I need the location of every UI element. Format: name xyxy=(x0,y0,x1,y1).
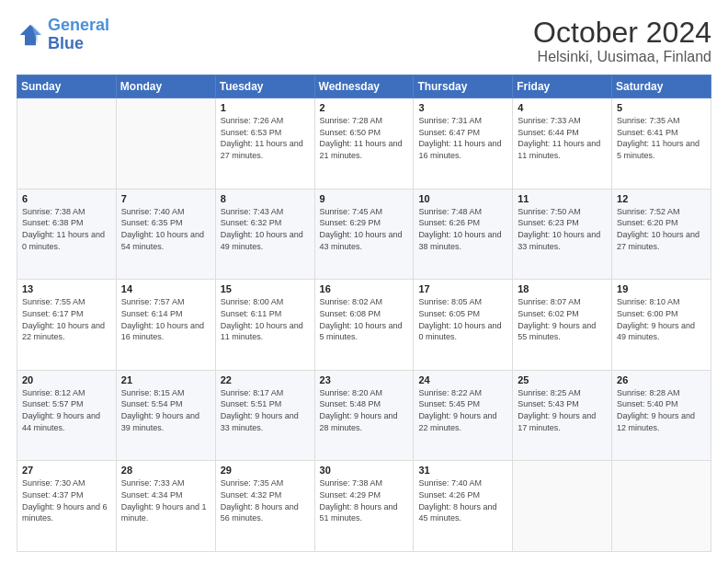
calendar-cell: 31 Sunrise: 7:40 AMSunset: 4:26 PMDaylig… xyxy=(414,461,513,552)
col-monday: Monday xyxy=(116,75,215,98)
day-number: 11 xyxy=(518,193,607,204)
day-number: 3 xyxy=(418,102,507,113)
day-number: 9 xyxy=(320,193,409,204)
cell-info: Sunrise: 7:30 AMSunset: 4:37 PMDaylight:… xyxy=(22,477,111,523)
day-number: 30 xyxy=(320,465,409,476)
calendar-cell: 2 Sunrise: 7:28 AMSunset: 6:50 PMDayligh… xyxy=(314,98,414,190)
day-number: 17 xyxy=(418,283,507,294)
calendar-cell xyxy=(612,461,711,552)
cell-info: Sunrise: 8:12 AMSunset: 5:57 PMDaylight:… xyxy=(22,387,111,433)
day-number: 2 xyxy=(320,102,409,113)
cell-info: Sunrise: 7:35 AMSunset: 4:32 PMDaylight:… xyxy=(221,477,310,523)
cell-info: Sunrise: 7:38 AMSunset: 4:29 PMDaylight:… xyxy=(320,477,409,523)
cell-info: Sunrise: 7:43 AMSunset: 6:32 PMDaylight:… xyxy=(221,206,310,252)
calendar-cell: 18 Sunrise: 8:07 AMSunset: 6:02 PMDaylig… xyxy=(513,280,612,371)
calendar-title: October 2024 xyxy=(533,17,711,49)
logo: General Blue xyxy=(17,17,109,53)
day-number: 22 xyxy=(221,374,310,385)
calendar-week-1: 1 Sunrise: 7:26 AMSunset: 6:53 PMDayligh… xyxy=(17,98,711,190)
day-number: 13 xyxy=(22,283,111,294)
calendar-cell xyxy=(17,98,117,190)
day-number: 23 xyxy=(320,374,409,385)
calendar-cell: 11 Sunrise: 7:50 AMSunset: 6:23 PMDaylig… xyxy=(513,189,612,280)
cell-info: Sunrise: 7:31 AMSunset: 6:47 PMDaylight:… xyxy=(418,115,507,161)
cell-info: Sunrise: 7:57 AMSunset: 6:14 PMDaylight:… xyxy=(121,296,210,342)
cell-info: Sunrise: 7:52 AMSunset: 6:20 PMDaylight:… xyxy=(617,206,706,252)
calendar-cell: 25 Sunrise: 8:25 AMSunset: 5:43 PMDaylig… xyxy=(513,370,612,461)
cell-info: Sunrise: 8:07 AMSunset: 6:02 PMDaylight:… xyxy=(518,296,607,342)
calendar-cell: 13 Sunrise: 7:55 AMSunset: 6:17 PMDaylig… xyxy=(17,280,117,371)
cell-info: Sunrise: 8:10 AMSunset: 6:00 PMDaylight:… xyxy=(617,296,706,342)
cell-info: Sunrise: 8:02 AMSunset: 6:08 PMDaylight:… xyxy=(320,296,409,342)
cell-info: Sunrise: 7:50 AMSunset: 6:23 PMDaylight:… xyxy=(518,206,607,252)
cell-info: Sunrise: 7:40 AMSunset: 4:26 PMDaylight:… xyxy=(418,477,507,523)
col-thursday: Thursday xyxy=(414,75,513,98)
col-friday: Friday xyxy=(513,75,612,98)
day-number: 18 xyxy=(518,283,607,294)
cell-info: Sunrise: 8:22 AMSunset: 5:45 PMDaylight:… xyxy=(418,387,507,433)
calendar-cell: 22 Sunrise: 8:17 AMSunset: 5:51 PMDaylig… xyxy=(215,370,314,461)
day-number: 28 xyxy=(121,465,210,476)
calendar-cell: 1 Sunrise: 7:26 AMSunset: 6:53 PMDayligh… xyxy=(215,98,314,190)
cell-info: Sunrise: 8:05 AMSunset: 6:05 PMDaylight:… xyxy=(418,296,507,342)
col-sunday: Sunday xyxy=(17,75,117,98)
day-number: 24 xyxy=(418,374,507,385)
day-number: 29 xyxy=(221,465,310,476)
calendar-week-5: 27 Sunrise: 7:30 AMSunset: 4:37 PMDaylig… xyxy=(17,461,711,552)
calendar-cell: 30 Sunrise: 7:38 AMSunset: 4:29 PMDaylig… xyxy=(314,461,414,552)
calendar-subtitle: Helsinki, Uusimaa, Finland xyxy=(533,49,711,65)
calendar-cell: 27 Sunrise: 7:30 AMSunset: 4:37 PMDaylig… xyxy=(17,461,117,552)
col-tuesday: Tuesday xyxy=(215,75,314,98)
day-number: 8 xyxy=(221,193,310,204)
cell-info: Sunrise: 7:38 AMSunset: 6:38 PMDaylight:… xyxy=(22,206,111,252)
cell-info: Sunrise: 7:28 AMSunset: 6:50 PMDaylight:… xyxy=(320,115,409,161)
header: General Blue October 2024 Helsinki, Uusi… xyxy=(17,17,711,65)
col-saturday: Saturday xyxy=(612,75,711,98)
calendar-cell: 14 Sunrise: 7:57 AMSunset: 6:14 PMDaylig… xyxy=(116,280,215,371)
logo-blue: Blue xyxy=(48,34,84,52)
cell-info: Sunrise: 7:48 AMSunset: 6:26 PMDaylight:… xyxy=(418,206,507,252)
calendar-header-row: Sunday Monday Tuesday Wednesday Thursday… xyxy=(17,75,711,98)
calendar-cell: 10 Sunrise: 7:48 AMSunset: 6:26 PMDaylig… xyxy=(414,189,513,280)
calendar-cell: 6 Sunrise: 7:38 AMSunset: 6:38 PMDayligh… xyxy=(17,189,117,280)
cell-info: Sunrise: 7:55 AMSunset: 6:17 PMDaylight:… xyxy=(22,296,111,342)
day-number: 4 xyxy=(518,102,607,113)
day-number: 7 xyxy=(121,193,210,204)
calendar-week-4: 20 Sunrise: 8:12 AMSunset: 5:57 PMDaylig… xyxy=(17,370,711,461)
cell-info: Sunrise: 7:35 AMSunset: 6:41 PMDaylight:… xyxy=(617,115,706,161)
calendar-cell: 9 Sunrise: 7:45 AMSunset: 6:29 PMDayligh… xyxy=(314,189,414,280)
calendar-week-2: 6 Sunrise: 7:38 AMSunset: 6:38 PMDayligh… xyxy=(17,189,711,280)
day-number: 25 xyxy=(518,374,607,385)
calendar-cell: 12 Sunrise: 7:52 AMSunset: 6:20 PMDaylig… xyxy=(612,189,711,280)
calendar-cell: 29 Sunrise: 7:35 AMSunset: 4:32 PMDaylig… xyxy=(215,461,314,552)
calendar-cell: 8 Sunrise: 7:43 AMSunset: 6:32 PMDayligh… xyxy=(215,189,314,280)
cell-info: Sunrise: 8:20 AMSunset: 5:48 PMDaylight:… xyxy=(320,387,409,433)
cell-info: Sunrise: 7:33 AMSunset: 4:34 PMDaylight:… xyxy=(121,477,210,523)
calendar-table: Sunday Monday Tuesday Wednesday Thursday… xyxy=(17,75,711,552)
day-number: 16 xyxy=(320,283,409,294)
day-number: 12 xyxy=(617,193,706,204)
cell-info: Sunrise: 8:00 AMSunset: 6:11 PMDaylight:… xyxy=(221,296,310,342)
calendar-cell: 17 Sunrise: 8:05 AMSunset: 6:05 PMDaylig… xyxy=(414,280,513,371)
day-number: 19 xyxy=(617,283,706,294)
day-number: 1 xyxy=(221,102,310,113)
cell-info: Sunrise: 7:26 AMSunset: 6:53 PMDaylight:… xyxy=(221,115,310,161)
calendar-cell: 3 Sunrise: 7:31 AMSunset: 6:47 PMDayligh… xyxy=(414,98,513,190)
calendar-cell: 28 Sunrise: 7:33 AMSunset: 4:34 PMDaylig… xyxy=(116,461,215,552)
day-number: 15 xyxy=(221,283,310,294)
cell-info: Sunrise: 8:17 AMSunset: 5:51 PMDaylight:… xyxy=(221,387,310,433)
cell-info: Sunrise: 7:33 AMSunset: 6:44 PMDaylight:… xyxy=(518,115,607,161)
day-number: 6 xyxy=(22,193,111,204)
calendar-cell xyxy=(116,98,215,190)
calendar-cell xyxy=(513,461,612,552)
calendar-cell: 24 Sunrise: 8:22 AMSunset: 5:45 PMDaylig… xyxy=(414,370,513,461)
cell-info: Sunrise: 8:15 AMSunset: 5:54 PMDaylight:… xyxy=(121,387,210,433)
calendar-cell: 5 Sunrise: 7:35 AMSunset: 6:41 PMDayligh… xyxy=(612,98,711,190)
calendar-cell: 4 Sunrise: 7:33 AMSunset: 6:44 PMDayligh… xyxy=(513,98,612,190)
calendar-cell: 19 Sunrise: 8:10 AMSunset: 6:00 PMDaylig… xyxy=(612,280,711,371)
day-number: 27 xyxy=(22,465,111,476)
day-number: 31 xyxy=(418,465,507,476)
title-block: October 2024 Helsinki, Uusimaa, Finland xyxy=(533,17,711,65)
calendar-cell: 23 Sunrise: 8:20 AMSunset: 5:48 PMDaylig… xyxy=(314,370,414,461)
logo-text: General Blue xyxy=(48,17,109,53)
